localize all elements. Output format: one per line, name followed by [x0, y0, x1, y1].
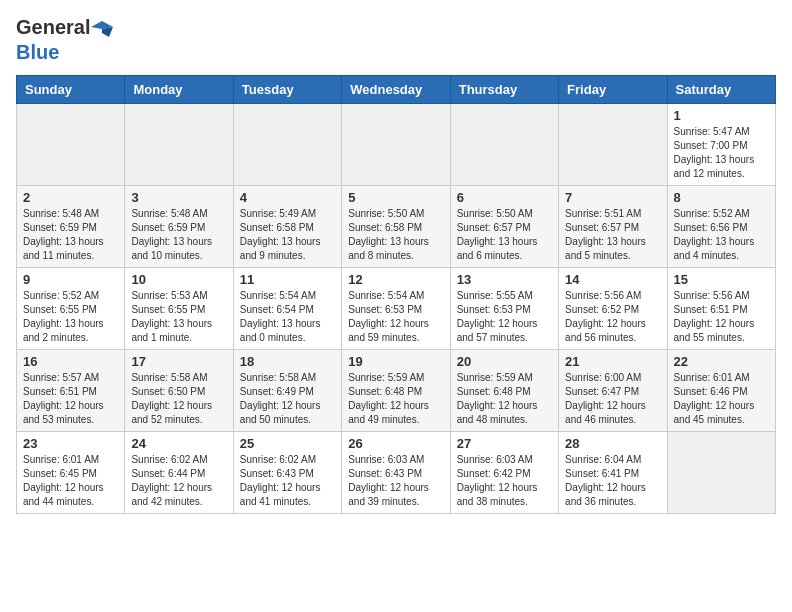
calendar-cell: 20Sunrise: 5:59 AM Sunset: 6:48 PM Dayli… — [450, 349, 558, 431]
day-number: 18 — [240, 354, 335, 369]
day-info: Sunrise: 5:58 AM Sunset: 6:50 PM Dayligh… — [131, 371, 226, 427]
calendar-cell — [17, 103, 125, 185]
day-number: 12 — [348, 272, 443, 287]
day-number: 9 — [23, 272, 118, 287]
day-info: Sunrise: 5:48 AM Sunset: 6:59 PM Dayligh… — [23, 207, 118, 263]
day-info: Sunrise: 5:50 AM Sunset: 6:58 PM Dayligh… — [348, 207, 443, 263]
day-info: Sunrise: 5:47 AM Sunset: 7:00 PM Dayligh… — [674, 125, 769, 181]
day-number: 20 — [457, 354, 552, 369]
day-number: 3 — [131, 190, 226, 205]
day-number: 8 — [674, 190, 769, 205]
day-info: Sunrise: 5:54 AM Sunset: 6:54 PM Dayligh… — [240, 289, 335, 345]
day-number: 7 — [565, 190, 660, 205]
calendar-cell: 12Sunrise: 5:54 AM Sunset: 6:53 PM Dayli… — [342, 267, 450, 349]
calendar-cell: 16Sunrise: 5:57 AM Sunset: 6:51 PM Dayli… — [17, 349, 125, 431]
logo-bird-icon — [91, 19, 113, 41]
calendar-cell: 5Sunrise: 5:50 AM Sunset: 6:58 PM Daylig… — [342, 185, 450, 267]
weekday-header-friday: Friday — [559, 75, 667, 103]
calendar-cell: 18Sunrise: 5:58 AM Sunset: 6:49 PM Dayli… — [233, 349, 341, 431]
day-number: 21 — [565, 354, 660, 369]
day-info: Sunrise: 5:59 AM Sunset: 6:48 PM Dayligh… — [348, 371, 443, 427]
day-info: Sunrise: 6:04 AM Sunset: 6:41 PM Dayligh… — [565, 453, 660, 509]
calendar-cell — [559, 103, 667, 185]
calendar-cell: 24Sunrise: 6:02 AM Sunset: 6:44 PM Dayli… — [125, 431, 233, 513]
weekday-header-monday: Monday — [125, 75, 233, 103]
day-info: Sunrise: 6:03 AM Sunset: 6:43 PM Dayligh… — [348, 453, 443, 509]
calendar-cell — [342, 103, 450, 185]
logo-general: General — [16, 16, 90, 38]
day-info: Sunrise: 5:56 AM Sunset: 6:51 PM Dayligh… — [674, 289, 769, 345]
calendar-cell — [450, 103, 558, 185]
calendar-cell: 27Sunrise: 6:03 AM Sunset: 6:42 PM Dayli… — [450, 431, 558, 513]
day-info: Sunrise: 5:56 AM Sunset: 6:52 PM Dayligh… — [565, 289, 660, 345]
day-number: 10 — [131, 272, 226, 287]
weekday-header-row: SundayMondayTuesdayWednesdayThursdayFrid… — [17, 75, 776, 103]
day-info: Sunrise: 5:59 AM Sunset: 6:48 PM Dayligh… — [457, 371, 552, 427]
calendar-week-1: 1Sunrise: 5:47 AM Sunset: 7:00 PM Daylig… — [17, 103, 776, 185]
logo-blue: Blue — [16, 41, 59, 63]
calendar-cell: 1Sunrise: 5:47 AM Sunset: 7:00 PM Daylig… — [667, 103, 775, 185]
calendar-cell: 22Sunrise: 6:01 AM Sunset: 6:46 PM Dayli… — [667, 349, 775, 431]
calendar-week-3: 9Sunrise: 5:52 AM Sunset: 6:55 PM Daylig… — [17, 267, 776, 349]
calendar-cell: 13Sunrise: 5:55 AM Sunset: 6:53 PM Dayli… — [450, 267, 558, 349]
calendar-week-2: 2Sunrise: 5:48 AM Sunset: 6:59 PM Daylig… — [17, 185, 776, 267]
day-info: Sunrise: 6:01 AM Sunset: 6:46 PM Dayligh… — [674, 371, 769, 427]
day-number: 15 — [674, 272, 769, 287]
weekday-header-tuesday: Tuesday — [233, 75, 341, 103]
day-info: Sunrise: 5:55 AM Sunset: 6:53 PM Dayligh… — [457, 289, 552, 345]
day-number: 2 — [23, 190, 118, 205]
calendar-cell: 28Sunrise: 6:04 AM Sunset: 6:41 PM Dayli… — [559, 431, 667, 513]
calendar-cell: 9Sunrise: 5:52 AM Sunset: 6:55 PM Daylig… — [17, 267, 125, 349]
day-number: 6 — [457, 190, 552, 205]
day-number: 11 — [240, 272, 335, 287]
weekday-header-sunday: Sunday — [17, 75, 125, 103]
day-info: Sunrise: 5:49 AM Sunset: 6:58 PM Dayligh… — [240, 207, 335, 263]
calendar-cell: 10Sunrise: 5:53 AM Sunset: 6:55 PM Dayli… — [125, 267, 233, 349]
day-number: 26 — [348, 436, 443, 451]
day-number: 25 — [240, 436, 335, 451]
calendar-cell: 14Sunrise: 5:56 AM Sunset: 6:52 PM Dayli… — [559, 267, 667, 349]
day-number: 4 — [240, 190, 335, 205]
calendar-cell — [233, 103, 341, 185]
day-number: 13 — [457, 272, 552, 287]
day-info: Sunrise: 5:54 AM Sunset: 6:53 PM Dayligh… — [348, 289, 443, 345]
day-number: 27 — [457, 436, 552, 451]
weekday-header-thursday: Thursday — [450, 75, 558, 103]
day-number: 14 — [565, 272, 660, 287]
day-number: 22 — [674, 354, 769, 369]
calendar-cell: 17Sunrise: 5:58 AM Sunset: 6:50 PM Dayli… — [125, 349, 233, 431]
calendar-cell: 11Sunrise: 5:54 AM Sunset: 6:54 PM Dayli… — [233, 267, 341, 349]
day-info: Sunrise: 6:01 AM Sunset: 6:45 PM Dayligh… — [23, 453, 118, 509]
calendar-cell — [667, 431, 775, 513]
calendar-cell: 21Sunrise: 6:00 AM Sunset: 6:47 PM Dayli… — [559, 349, 667, 431]
day-number: 17 — [131, 354, 226, 369]
weekday-header-saturday: Saturday — [667, 75, 775, 103]
calendar-cell: 23Sunrise: 6:01 AM Sunset: 6:45 PM Dayli… — [17, 431, 125, 513]
day-info: Sunrise: 6:00 AM Sunset: 6:47 PM Dayligh… — [565, 371, 660, 427]
day-info: Sunrise: 5:53 AM Sunset: 6:55 PM Dayligh… — [131, 289, 226, 345]
day-info: Sunrise: 5:52 AM Sunset: 6:55 PM Dayligh… — [23, 289, 118, 345]
calendar-cell: 3Sunrise: 5:48 AM Sunset: 6:59 PM Daylig… — [125, 185, 233, 267]
calendar-cell: 25Sunrise: 6:02 AM Sunset: 6:43 PM Dayli… — [233, 431, 341, 513]
day-info: Sunrise: 5:52 AM Sunset: 6:56 PM Dayligh… — [674, 207, 769, 263]
day-info: Sunrise: 5:57 AM Sunset: 6:51 PM Dayligh… — [23, 371, 118, 427]
calendar-cell: 7Sunrise: 5:51 AM Sunset: 6:57 PM Daylig… — [559, 185, 667, 267]
calendar-cell — [125, 103, 233, 185]
logo-text: General Blue — [16, 16, 114, 63]
day-number: 23 — [23, 436, 118, 451]
day-number: 28 — [565, 436, 660, 451]
calendar-cell: 19Sunrise: 5:59 AM Sunset: 6:48 PM Dayli… — [342, 349, 450, 431]
calendar-cell: 4Sunrise: 5:49 AM Sunset: 6:58 PM Daylig… — [233, 185, 341, 267]
day-info: Sunrise: 6:02 AM Sunset: 6:44 PM Dayligh… — [131, 453, 226, 509]
calendar-week-4: 16Sunrise: 5:57 AM Sunset: 6:51 PM Dayli… — [17, 349, 776, 431]
calendar-week-5: 23Sunrise: 6:01 AM Sunset: 6:45 PM Dayli… — [17, 431, 776, 513]
day-info: Sunrise: 5:48 AM Sunset: 6:59 PM Dayligh… — [131, 207, 226, 263]
day-info: Sunrise: 6:03 AM Sunset: 6:42 PM Dayligh… — [457, 453, 552, 509]
calendar-cell: 6Sunrise: 5:50 AM Sunset: 6:57 PM Daylig… — [450, 185, 558, 267]
day-info: Sunrise: 5:50 AM Sunset: 6:57 PM Dayligh… — [457, 207, 552, 263]
calendar-cell: 2Sunrise: 5:48 AM Sunset: 6:59 PM Daylig… — [17, 185, 125, 267]
calendar-cell: 26Sunrise: 6:03 AM Sunset: 6:43 PM Dayli… — [342, 431, 450, 513]
day-number: 19 — [348, 354, 443, 369]
page-header: General Blue — [16, 16, 776, 63]
logo: General Blue — [16, 16, 114, 63]
